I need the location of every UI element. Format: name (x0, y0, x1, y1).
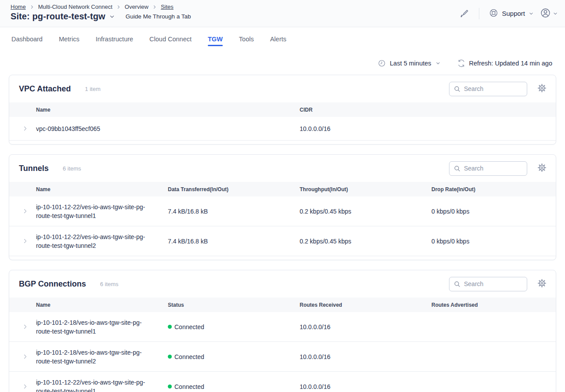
support-menu-button[interactable]: Support (489, 8, 534, 19)
status-dot-icon (168, 355, 172, 359)
tunnels-card-title: Tunnels (19, 164, 49, 173)
tab-tgw[interactable]: TGW (208, 27, 223, 51)
page-title: Site: pg-route-test-tgw (11, 11, 105, 22)
table-row: ip-10-101-2-18/ves-io-aws-tgw-site-pg-ro… (9, 342, 556, 372)
row-expand-chevron-icon[interactable] (9, 126, 36, 131)
tunnels-search-box (449, 161, 527, 176)
tab-alerts[interactable]: Alerts (270, 27, 286, 51)
tunnels-settings-button[interactable] (538, 163, 546, 173)
vpc-item-count: 1 item (85, 86, 100, 92)
column-header-throughput: Throughput(In/Out) (300, 186, 431, 192)
row-expand-chevron-icon[interactable] (9, 238, 36, 244)
refresh-icon (457, 59, 465, 67)
table-row: ip-10-101-12-22/ves-io-aws-tgw-site-pg-r… (9, 196, 556, 226)
breadcrumb-home-link[interactable]: Home (11, 4, 26, 10)
tunnel-name-cell: ip-10-101-12-22/ves-io-aws-tgw-site-pg-r… (36, 203, 166, 220)
bgp-name-cell: ip-10-101-2-18/ves-io-aws-tgw-site-pg-ro… (36, 348, 166, 366)
bgp-connections-card: BGP Connections 6 items (9, 270, 556, 392)
theme-brush-button[interactable] (460, 9, 469, 18)
bgp-name-cell: ip-10-101-2-18/ves-io-aws-tgw-site-pg-ro… (36, 318, 166, 336)
bgp-name-cell: ip-10-101-12-22/ves-io-aws-tgw-site-pg-r… (36, 378, 166, 392)
tunnels-card: Tunnels 6 items (9, 154, 556, 260)
vpc-search-input[interactable] (464, 85, 522, 92)
column-header-routes-advertised: Routes Advertised (431, 302, 556, 308)
breadcrumb: Home Multi-Cloud Network Connect Overvie… (11, 4, 191, 10)
tunnels-search-input[interactable] (464, 165, 522, 172)
bgp-status-cell: Connected (168, 382, 300, 391)
column-header-drop-rate: Drop Rate(In/Out) (431, 186, 556, 192)
tunnel-drop-rate-cell: 0 kbps/0 kbps (431, 207, 556, 216)
bgp-card-title: BGP Connections (19, 279, 86, 289)
row-expand-chevron-icon[interactable] (9, 324, 36, 330)
chevron-right-icon (29, 4, 35, 10)
tunnel-name-cell: ip-10-101-12-22/ves-io-aws-tgw-site-pg-r… (36, 232, 166, 250)
chevron-down-icon (435, 61, 441, 66)
chevron-right-icon (116, 4, 121, 10)
status-label: Connected (174, 323, 204, 331)
guide-me-link[interactable]: Guide Me Through a Tab (126, 13, 191, 20)
refresh-status-label: Refresh: Updated 14 min ago (469, 60, 552, 67)
refresh-button[interactable]: Refresh: Updated 14 min ago (457, 59, 552, 67)
vpc-attached-card: VPC Attached 1 item (9, 75, 556, 145)
tunnel-throughput-cell: 0.2 kbps/0.45 kbps (300, 207, 431, 216)
table-row: ip-10-101-12-22/ves-io-aws-tgw-site-pg-r… (9, 226, 556, 256)
top-header-left: Home Multi-Cloud Network Connect Overvie… (11, 0, 191, 27)
app-window: Home Multi-Cloud Network Connect Overvie… (0, 0, 565, 392)
search-icon (454, 281, 460, 287)
tunnel-drop-rate-cell: 0 kbps/0 kbps (431, 237, 556, 246)
tab-tools[interactable]: Tools (239, 27, 254, 51)
card-padding (9, 256, 556, 260)
chevron-right-icon (152, 4, 157, 10)
header-divider (479, 8, 479, 19)
tunnels-table-header: Name Data Transferred(In/Out) Throughput… (9, 182, 556, 196)
support-icon (489, 8, 498, 19)
gear-icon (538, 84, 546, 94)
bgp-table-header: Name Status Routes Received Routes Adver… (9, 298, 556, 312)
column-header-name: Name (36, 302, 168, 308)
time-toolbar: Last 5 minutes Refresh: Updated 14 min a… (0, 51, 565, 75)
breadcrumb-sites-link[interactable]: Sites (161, 4, 174, 10)
bgp-status-cell: Connected (168, 352, 300, 361)
user-account-button[interactable] (540, 7, 558, 20)
top-header-right: Support (460, 0, 558, 27)
vpc-name-cell: vpc-09bb1043ff5ecf065 (36, 124, 166, 133)
card-padding (9, 141, 556, 144)
column-header-name: Name (36, 186, 168, 192)
breadcrumb-item-overview: Overview (125, 4, 148, 10)
status-dot-icon (168, 385, 172, 388)
vpc-search-box (449, 82, 527, 96)
vpc-card-header: VPC Attached 1 item (9, 75, 556, 102)
time-range-label: Last 5 minutes (390, 60, 431, 67)
search-icon (454, 165, 460, 172)
tunnel-throughput-cell: 0.2 kbps/0.45 kbps (300, 237, 431, 246)
search-icon (454, 86, 460, 92)
column-header-status: Status (168, 302, 300, 308)
title-row: Site: pg-route-test-tgw Guide Me Through… (11, 11, 191, 22)
vpc-table-header: Name CIDR (9, 102, 556, 117)
bgp-routes-received-cell: 10.0.0.0/16 (300, 323, 431, 331)
gear-icon (538, 163, 546, 173)
vpc-settings-button[interactable] (538, 84, 546, 94)
support-label: Support (502, 10, 525, 17)
bgp-status-cell: Connected (168, 323, 300, 331)
chevron-down-icon (553, 11, 558, 16)
bgp-card-header: BGP Connections 6 items (9, 270, 556, 298)
column-header-data-transferred: Data Transferred(In/Out) (168, 186, 300, 192)
row-expand-chevron-icon[interactable] (9, 384, 36, 389)
column-header-routes-received: Routes Received (300, 302, 431, 308)
tab-infrastructure[interactable]: Infrastructure (96, 27, 133, 51)
vpc-cidr-cell: 10.0.0.0/16 (300, 124, 556, 133)
tab-dashboard[interactable]: Dashboard (11, 27, 43, 51)
time-range-selector[interactable]: Last 5 minutes (378, 59, 440, 67)
breadcrumb-item-mcnc: Multi-Cloud Network Connect (38, 4, 112, 10)
bgp-search-input[interactable] (464, 280, 522, 287)
page-tabs: Dashboard Metrics Infrastructure Cloud C… (0, 27, 565, 51)
bgp-settings-button[interactable] (538, 279, 546, 289)
bgp-search-box (449, 277, 527, 291)
row-expand-chevron-icon[interactable] (9, 354, 36, 359)
site-switcher-chevron-down-icon[interactable] (109, 14, 115, 20)
row-expand-chevron-icon[interactable] (9, 208, 36, 214)
tab-metrics[interactable]: Metrics (59, 27, 80, 51)
tab-cloud-connect[interactable]: Cloud Connect (149, 27, 192, 51)
column-header-cidr: CIDR (300, 107, 556, 113)
